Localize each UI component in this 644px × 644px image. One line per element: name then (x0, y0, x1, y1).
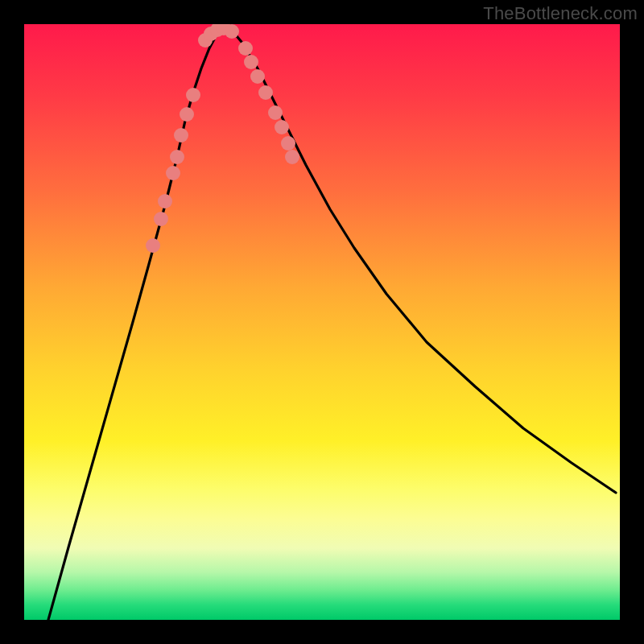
right-curve-dots-dot (258, 85, 273, 100)
left-curve-dots-dot (174, 128, 188, 142)
left-curve-dots-dot (146, 238, 160, 253)
right-curve-dots-dot (268, 105, 283, 120)
watermark-text: TheBottleneck.com (483, 3, 638, 24)
chart-svg (24, 24, 620, 620)
bottleneck-curve (48, 29, 616, 620)
left-curve-dots-dot (180, 107, 194, 122)
marker-layer (146, 24, 299, 253)
valley-dots-dot (225, 24, 239, 39)
right-curve-dots-dot (244, 55, 258, 69)
right-curve-dots-dot (281, 136, 295, 151)
left-curve-dots-dot (158, 194, 172, 208)
right-curve-dots-dot (238, 41, 253, 56)
right-curve-dots-dot (285, 150, 299, 164)
left-curve-dots-dot (154, 212, 168, 226)
left-curve-dots-dot (170, 150, 184, 164)
chart-frame: TheBottleneck.com (0, 0, 644, 644)
plot-area (24, 24, 620, 620)
left-curve-dots-dot (186, 88, 200, 102)
right-curve-dots-dot (275, 120, 289, 134)
right-curve-dots-dot (250, 69, 265, 84)
left-curve-dots-dot (166, 166, 180, 180)
